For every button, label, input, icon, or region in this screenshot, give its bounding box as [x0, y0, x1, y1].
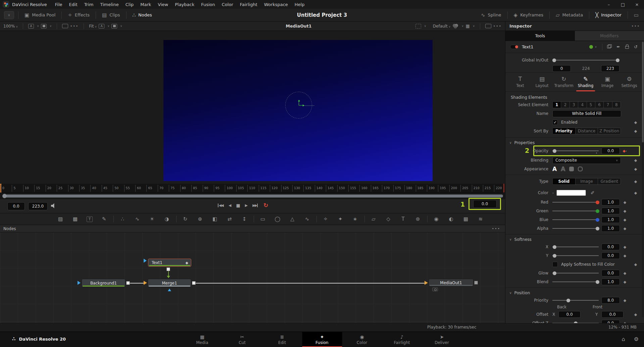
apply-softness-checkbox[interactable]	[552, 262, 558, 267]
alpha-keyframe-diamond[interactable]: ◆	[621, 226, 629, 231]
blue-slider[interactable]	[552, 217, 599, 222]
blend-slider[interactable]	[552, 279, 599, 284]
priority-keyframe-diamond[interactable]: ◆	[621, 298, 629, 303]
merge1-output-square[interactable]	[192, 281, 196, 285]
priority-field[interactable]: 8.0	[601, 297, 620, 304]
background1-output-square[interactable]	[126, 281, 130, 285]
menu-trim[interactable]: Trim	[81, 1, 97, 8]
opacity-slider[interactable]	[552, 148, 599, 153]
node-color-dot[interactable]	[589, 45, 593, 49]
stop-button[interactable]: ■	[236, 203, 239, 208]
maximize-window-icon[interactable]: □	[616, 0, 630, 9]
red-slider[interactable]	[552, 200, 599, 205]
alpha-field[interactable]: 1.0	[601, 225, 620, 232]
wire-background-merge[interactable]	[130, 283, 144, 284]
sort-distance[interactable]: Distance	[576, 128, 598, 134]
loop-button[interactable]: ↻	[263, 202, 268, 209]
type-keyframe-diamond[interactable]: ◆	[631, 179, 640, 184]
softness-x-keyframe-diamond[interactable]: ◆	[621, 245, 629, 249]
copy-settings-icon[interactable]	[605, 44, 614, 49]
reset-icon[interactable]: ↺	[631, 44, 640, 49]
menu-playback[interactable]: Playback	[171, 1, 198, 8]
element-8[interactable]: 8	[612, 102, 621, 108]
menu-view[interactable]: View	[154, 1, 171, 8]
alpha-slider[interactable]	[552, 226, 599, 231]
sortby-keyframe-diamond[interactable]: ◆	[631, 129, 640, 133]
enabled-keyframe-diamond[interactable]: ◆	[631, 120, 640, 125]
merge-3d-icon[interactable]: ⊛	[414, 216, 421, 222]
inspector-tab-transform[interactable]: ↻Transform	[553, 75, 574, 91]
effects-button[interactable]: ✧Effects	[66, 12, 92, 18]
menu-help[interactable]: Help	[291, 1, 308, 8]
green-keyframe-diamond[interactable]: ◆	[621, 209, 629, 213]
roi-button[interactable]	[415, 24, 421, 29]
page-color[interactable]: ◉Color	[342, 332, 382, 347]
glow-keyframe-diamond[interactable]: ◆	[621, 271, 629, 275]
color-swatch[interactable]	[556, 190, 586, 196]
viewer[interactable]	[0, 31, 505, 184]
clips-button[interactable]: ▤Clips	[100, 12, 122, 18]
element-4[interactable]: 4	[578, 102, 587, 108]
appearance-frame-button[interactable]	[578, 167, 583, 171]
ellipse-mask-icon[interactable]: ◯	[274, 216, 281, 222]
red-keyframe-diamond[interactable]: ◆	[621, 200, 629, 205]
fast-noise-icon[interactable]: ▩	[72, 216, 79, 222]
resize-icon[interactable]: ↕	[241, 216, 248, 222]
position-heading[interactable]: ∨Position	[509, 290, 644, 296]
node-mediaout1[interactable]: MediaOut1	[429, 279, 474, 287]
inspector-tab-layout[interactable]: ▤Layout	[532, 75, 552, 91]
nodes-panel-options[interactable]: •••	[492, 226, 500, 231]
channel-a-button[interactable]: A	[28, 24, 34, 29]
mediaout1-output-square[interactable]	[474, 281, 478, 285]
current-frame-field[interactable]: 0.0	[473, 200, 497, 208]
media-pool-button[interactable]: ▣Media Pool	[22, 12, 57, 18]
fog-3d-icon[interactable]: ≋	[477, 216, 484, 222]
particle-emitter-icon[interactable]: ✧	[322, 216, 329, 222]
spot-light-3d-icon[interactable]: ◐	[448, 216, 454, 222]
background-icon[interactable]: ▨	[57, 216, 64, 222]
element-2[interactable]: 2	[561, 102, 569, 108]
global-out-field[interactable]: 223	[601, 65, 620, 72]
appearance-outline-button[interactable]: A	[561, 166, 565, 172]
camera-3d-icon[interactable]: ◉	[433, 216, 440, 222]
pin-icon[interactable]: ✒	[614, 44, 623, 49]
fill-view-button[interactable]	[41, 24, 47, 29]
menu-mark[interactable]: Mark	[137, 1, 154, 8]
inspector-tab-image[interactable]: ▣Image	[597, 75, 618, 91]
channel-a-button-2[interactable]: A	[99, 24, 104, 29]
matte-control-icon[interactable]: ◧	[211, 216, 218, 222]
ui-toggle-button[interactable]: ∨	[4, 11, 14, 19]
properties-heading[interactable]: ∨Properties	[509, 140, 644, 146]
node-text1[interactable]: Text1 ◈	[148, 259, 191, 267]
element-6[interactable]: 6	[595, 102, 604, 108]
metadata-button[interactable]: ▱Metadata	[554, 12, 585, 18]
timeline-zoom-scrollbar[interactable]	[0, 193, 505, 199]
background1-input-triangle[interactable]	[78, 281, 81, 285]
paint-icon[interactable]: ✎	[101, 216, 107, 222]
mediaout1-input-triangle[interactable]	[425, 281, 428, 285]
offset-keyframe-diamond[interactable]: ◆	[631, 312, 640, 317]
settings-gear-icon[interactable]: ⚙	[634, 336, 639, 342]
inspector-tab-shading[interactable]: ✎Shading	[575, 75, 596, 91]
opacity-field[interactable]: 0.0	[601, 147, 620, 154]
green-field[interactable]: 1.0	[601, 208, 620, 214]
play-button[interactable]: ▶	[245, 203, 247, 208]
viewer-options-right[interactable]: •••	[493, 24, 502, 28]
close-window-icon[interactable]: ×	[630, 0, 644, 9]
transform-icon[interactable]: ↻	[182, 216, 189, 222]
fill-view-button-2[interactable]	[111, 24, 117, 29]
rectangle-mask-icon[interactable]: ▭	[259, 216, 266, 222]
color-curves-icon[interactable]: ∿	[134, 216, 141, 222]
lut-dropdown[interactable]: Default∨	[433, 24, 451, 29]
color-wheels-icon[interactable]	[453, 24, 459, 29]
menu-color[interactable]: Color	[218, 1, 237, 8]
image-plane-3d-icon[interactable]: ▱	[370, 216, 377, 222]
offset-x-field[interactable]: 0.0	[558, 311, 581, 318]
go-to-start-button[interactable]: ◀◀	[217, 203, 223, 208]
type-image[interactable]: Image	[576, 178, 598, 184]
time-ruler[interactable]: 0510152025303540455055606570758085909510…	[0, 184, 505, 193]
inspector-button[interactable]: ╳Inspector	[593, 12, 624, 18]
hue-curves-icon[interactable]: ◑	[163, 216, 170, 222]
media-in-icon[interactable]: ⇄	[226, 216, 233, 222]
menu-clip[interactable]: Clip	[122, 1, 137, 8]
